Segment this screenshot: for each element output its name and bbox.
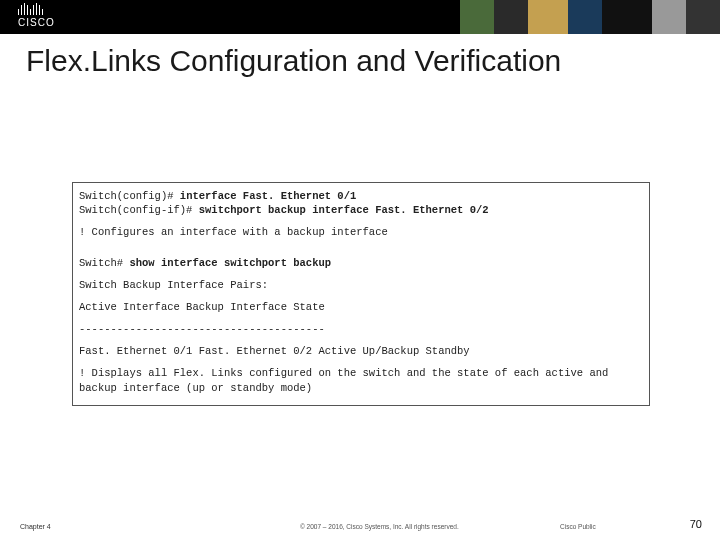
cli-output: ---------------------------------------: [79, 322, 643, 336]
copyright-text: © 2007 – 2016, Cisco Systems, Inc. All r…: [300, 523, 459, 530]
classification-text: Cisco Public: [560, 523, 596, 530]
prompt: Switch(config)#: [79, 190, 180, 202]
command: interface Fast. Ethernet 0/1: [180, 190, 356, 202]
footer: Chapter 4 © 2007 – 2016, Cisco Systems, …: [0, 510, 720, 530]
cli-output: Active Interface Backup Interface State: [79, 300, 643, 314]
header-photo-strip: [460, 0, 720, 34]
cli-line: Switch(config-if)# switchport backup int…: [79, 203, 643, 217]
cli-comment: ! Displays all Flex. Links configured on…: [79, 366, 643, 380]
slide-title: Flex.Links Configuration and Verificatio…: [26, 44, 561, 78]
cli-line: Switch(config)# interface Fast. Ethernet…: [79, 189, 643, 203]
cli-output-box: Switch(config)# interface Fast. Ethernet…: [72, 182, 650, 406]
command: show interface switchport backup: [129, 257, 331, 269]
cli-line: Switch# show interface switchport backup: [79, 256, 643, 270]
cisco-bars-icon: [18, 3, 55, 15]
prompt: Switch#: [79, 257, 129, 269]
cli-comment: ! Configures an interface with a backup …: [79, 225, 643, 239]
cli-output: Switch Backup Interface Pairs:: [79, 278, 643, 292]
command: switchport backup interface Fast. Ethern…: [199, 204, 489, 216]
page-number: 70: [690, 518, 702, 530]
prompt: Switch(config-if)#: [79, 204, 199, 216]
brand-text: CISCO: [18, 17, 55, 28]
header-bar: CISCO: [0, 0, 720, 34]
cli-output: Fast. Ethernet 0/1 Fast. Ethernet 0/2 Ac…: [79, 344, 643, 358]
cisco-logo: CISCO: [18, 3, 55, 28]
slide: CISCO Flex.Links Configuration and Verif…: [0, 0, 720, 540]
cli-comment: backup interface (up or standby mode): [79, 381, 643, 395]
chapter-label: Chapter 4: [20, 523, 51, 530]
